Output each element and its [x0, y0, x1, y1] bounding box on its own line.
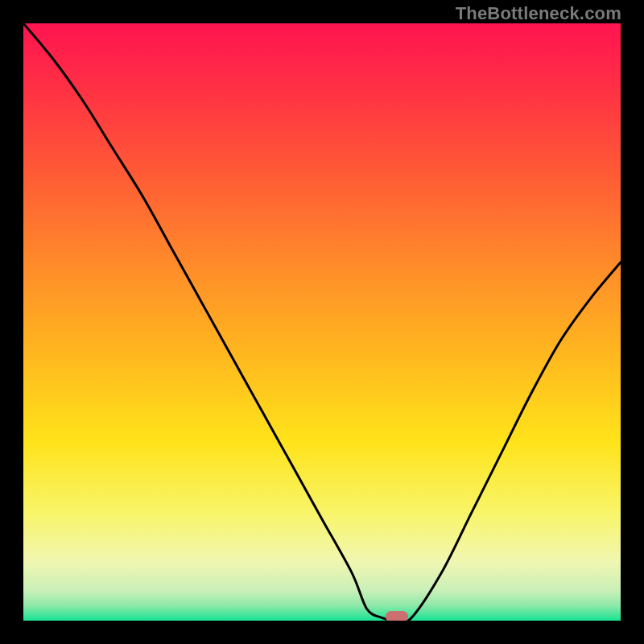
bottleneck-curve [23, 23, 621, 621]
chart-container: TheBottleneck.com [0, 0, 644, 644]
plot-area [23, 23, 621, 621]
watermark-text: TheBottleneck.com [456, 3, 621, 24]
current-point-marker [386, 611, 408, 621]
